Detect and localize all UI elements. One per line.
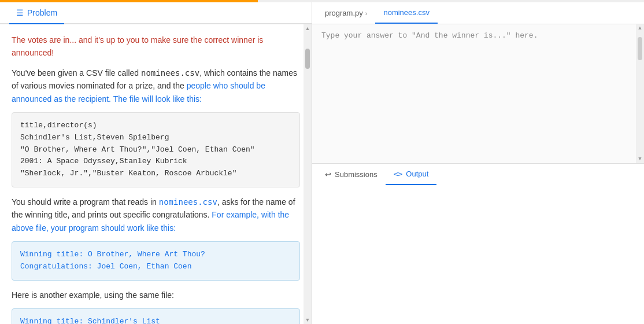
- right-panel: program.py › nominees.csv Type your answ…: [312, 2, 644, 324]
- tab-submissions[interactable]: ↩ Submissions: [317, 164, 386, 185]
- problem-icon: ☰: [16, 8, 24, 17]
- csv-line-1: title,director(s): [20, 120, 291, 132]
- output-label: Output: [406, 170, 428, 178]
- bottom-tabs: ↩ Submissions <> Output: [312, 163, 644, 185]
- left-panel: ☰ Problem The votes are in... and it's u…: [0, 2, 312, 324]
- scroll-thumb[interactable]: [305, 49, 310, 69]
- tab-output[interactable]: <> Output: [386, 164, 437, 185]
- para3: Here is another example, using the same …: [12, 289, 300, 301]
- right-tabs: program.py › nominees.csv: [312, 2, 644, 24]
- para1-before: You've been given a CSV file called: [12, 68, 141, 78]
- right-editor[interactable]: Type your answer to "And the winner is..…: [312, 24, 644, 163]
- program-py-label: program.py: [325, 9, 363, 17]
- tab-problem-label: Problem: [27, 8, 57, 17]
- tab-program-py[interactable]: program.py ›: [317, 2, 375, 24]
- para2-code: nominees.csv: [159, 197, 217, 207]
- csv-line-4: 2001: A Space Odyssey,Stanley Kubrick: [20, 156, 291, 168]
- intro-paragraph: The votes are in... and it's up to you t…: [12, 34, 300, 60]
- right-scroll-down[interactable]: ▼: [638, 156, 641, 163]
- arrow-icon: ›: [365, 10, 368, 17]
- para2-before: You should write a program that reads in: [12, 197, 159, 207]
- csv-line-2: Schindler's List,Steven Spielberg: [20, 132, 291, 144]
- example2-line1: Winning title: Schindler's List: [20, 316, 291, 324]
- submissions-label: Submissions: [335, 170, 377, 179]
- code-block-csv: title,director(s) Schindler's List,Steve…: [12, 112, 300, 187]
- para1-code: nominees.csv: [141, 68, 199, 78]
- tab-problem[interactable]: ☰ Problem: [9, 2, 64, 24]
- output-icon: <>: [394, 170, 403, 178]
- scroll-down-arrow[interactable]: ▼: [305, 317, 310, 324]
- left-scrollbar[interactable]: ▲ ▼: [304, 24, 312, 324]
- output-area: [312, 185, 644, 324]
- csv-line-3: "O Brother, Where Art Thou?","Joel Coen,…: [20, 144, 291, 156]
- example1-line1: Winning title: O Brother, Where Art Thou…: [20, 249, 291, 261]
- submissions-icon: ↩: [325, 170, 331, 179]
- para1: You've been given a CSV file called nomi…: [12, 67, 300, 105]
- editor-placeholder: Type your answer to "And the winner is..…: [321, 31, 538, 40]
- code-block-example2: Winning title: Schindler's List: [12, 308, 300, 324]
- right-scroll-thumb[interactable]: [638, 37, 642, 60]
- example1-line2: Congratulations: Joel Coen, Ethan Coen: [20, 261, 291, 273]
- nominees-csv-label: nominees.csv: [383, 8, 429, 17]
- left-tabs: ☰ Problem: [0, 2, 312, 24]
- tab-nominees-csv[interactable]: nominees.csv: [375, 2, 437, 24]
- right-scroll-up[interactable]: ▲: [638, 24, 641, 31]
- para2: You should write a program that reads in…: [12, 196, 300, 234]
- csv-line-5: "Sherlock, Jr.","Buster Keaton, Roscoe A…: [20, 168, 291, 180]
- para3-text: Here is another example, using the same …: [12, 290, 174, 300]
- code-block-example1: Winning title: O Brother, Where Art Thou…: [12, 241, 300, 281]
- problem-content: The votes are in... and it's up to you t…: [0, 24, 312, 324]
- right-scrollbar[interactable]: ▲ ▼: [636, 24, 644, 163]
- scroll-up-arrow[interactable]: ▲: [305, 24, 310, 31]
- intro-red-text: The votes are in... and it's up to you t…: [12, 35, 263, 57]
